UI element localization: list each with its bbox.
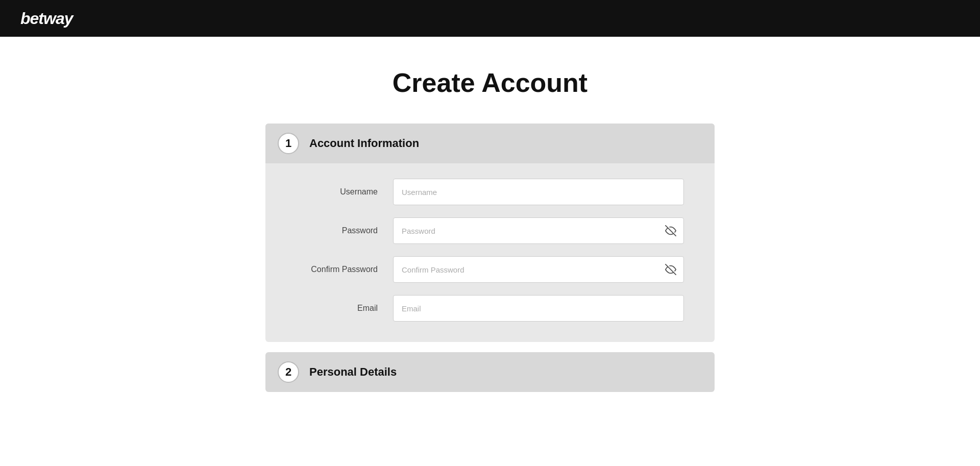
section-body-1: UsernamePassword Confirm Password Email [265, 163, 715, 342]
section-title-1: Account Information [309, 137, 419, 150]
page-title: Create Account [393, 67, 587, 98]
label-email: Email [296, 304, 378, 313]
label-username: Username [296, 187, 378, 197]
form-row-confirm-password: Confirm Password [296, 256, 684, 283]
section-title-2: Personal Details [309, 365, 397, 379]
password-input[interactable] [393, 217, 684, 244]
form-row-password: Password [296, 217, 684, 244]
input-wrapper-username [393, 179, 684, 205]
logo[interactable]: betway [20, 9, 72, 28]
input-wrapper-password [393, 217, 684, 244]
form-row-username: Username [296, 179, 684, 205]
main-content: Create Account 1Account InformationUsern… [0, 37, 980, 423]
form-row-email: Email [296, 295, 684, 322]
confirm-password-toggle-icon[interactable] [665, 263, 677, 276]
header: betway [0, 0, 980, 37]
section-1: 1Account InformationUsernamePassword Con… [265, 124, 715, 342]
section-header-2: 2Personal Details [265, 352, 715, 392]
section-number-1: 1 [278, 133, 299, 154]
label-confirm-password: Confirm Password [296, 265, 378, 274]
section-2: 2Personal Details [265, 352, 715, 392]
username-input[interactable] [393, 179, 684, 205]
form-container: 1Account InformationUsernamePassword Con… [265, 124, 715, 402]
email-input[interactable] [393, 295, 684, 322]
section-number-2: 2 [278, 361, 299, 383]
confirm-password-input[interactable] [393, 256, 684, 283]
password-toggle-icon[interactable] [665, 225, 677, 237]
input-wrapper-email [393, 295, 684, 322]
section-header-1: 1Account Information [265, 124, 715, 163]
label-password: Password [296, 226, 378, 235]
input-wrapper-confirm-password [393, 256, 684, 283]
